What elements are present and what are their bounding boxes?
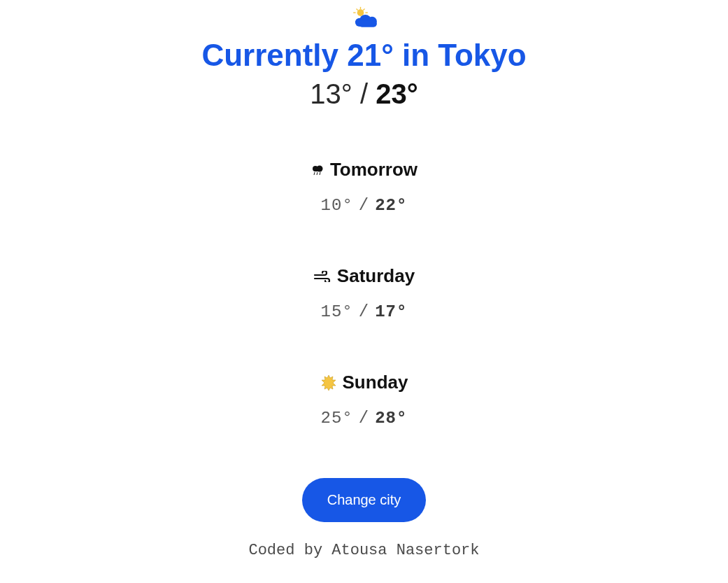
current-weather-title: Currently 21° in Tokyo (201, 38, 526, 73)
current-low: 13° (310, 78, 352, 109)
svg-line-15 (320, 172, 320, 175)
range-separator: / (359, 409, 369, 428)
svg-rect-12 (313, 167, 322, 171)
svg-line-14 (317, 172, 317, 175)
forecast-day-label: Saturday (337, 265, 415, 287)
svg-rect-3 (353, 12, 355, 13)
forecast-temp-range: 10°/22° (311, 196, 417, 215)
rain-cloud-icon (311, 164, 324, 176)
svg-rect-1 (359, 7, 360, 9)
forecast-low: 10° (321, 196, 353, 215)
forecast-high: 17° (375, 302, 407, 321)
footer-credit: Coded by Atousa Nasertork (248, 542, 479, 559)
svg-rect-4 (362, 8, 364, 10)
current-high: 23° (376, 78, 418, 109)
forecast-day-label: Sunday (343, 372, 408, 393)
svg-rect-9 (358, 20, 376, 27)
forecast-high: 22° (375, 196, 407, 215)
forecast-low: 15° (321, 302, 353, 321)
forecast-high: 28° (375, 409, 407, 428)
svg-point-17 (325, 379, 332, 386)
sun-icon (320, 374, 337, 391)
forecast-temp-range: 25°/28° (320, 409, 408, 428)
forecast-low: 25° (321, 409, 353, 428)
range-separator: / (359, 302, 369, 321)
wind-icon (313, 271, 331, 282)
forecast-temp-range: 15°/17° (313, 302, 415, 321)
forecast-day: Tomorrow 10°/22° (311, 159, 417, 215)
forecast-day-label: Tomorrow (330, 159, 417, 181)
current-temp-range: 13° / 23° (310, 78, 417, 110)
range-separator: / (359, 196, 369, 215)
svg-rect-5 (355, 8, 357, 10)
forecast-day: Saturday 15°/17° (313, 265, 415, 321)
svg-point-0 (357, 9, 364, 16)
partly-cloudy-icon (349, 6, 380, 29)
svg-rect-2 (365, 12, 367, 13)
svg-line-13 (314, 172, 315, 175)
range-separator: / (352, 78, 376, 109)
change-city-button[interactable]: Change city (302, 478, 427, 522)
forecast-day: Sunday 25°/28° (320, 372, 408, 428)
